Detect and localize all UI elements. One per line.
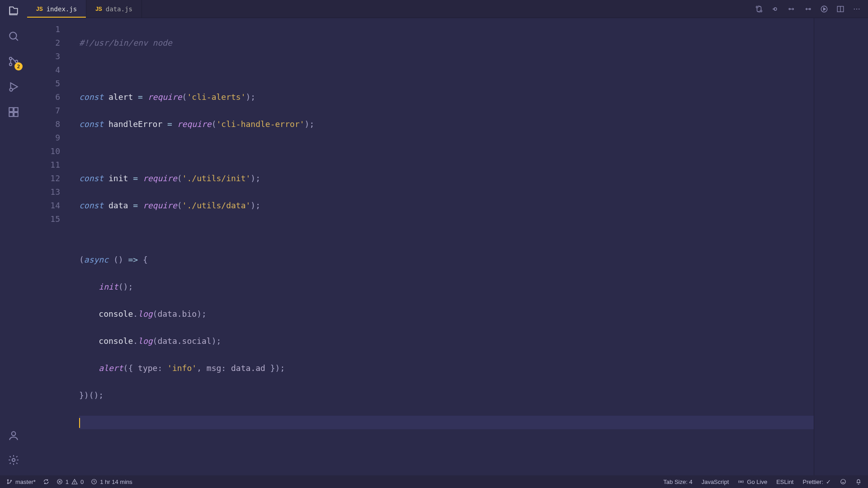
svg-point-34: [741, 481, 742, 483]
editor-actions: [755, 5, 868, 13]
search-icon[interactable]: [7, 30, 20, 42]
branch-label: master*: [15, 479, 36, 485]
minimap[interactable]: [814, 18, 868, 475]
settings-icon[interactable]: [7, 454, 20, 466]
js-file-icon: JS: [36, 6, 43, 12]
tab-data-js[interactable]: JS data.js: [86, 0, 142, 18]
svg-point-23: [856, 8, 857, 9]
svg-point-0: [9, 32, 16, 39]
redo-icon[interactable]: [804, 5, 812, 13]
extensions-icon[interactable]: [7, 106, 20, 118]
tab-index-js[interactable]: JS index.js: [27, 0, 86, 18]
svg-point-16: [789, 8, 790, 9]
prettier-status[interactable]: Prettier: ✓: [802, 479, 831, 485]
line-numbers: 1 2 3 4 5 6 7 8 9 10 11 12 13 14 15: [27, 18, 70, 475]
svg-point-25: [7, 479, 8, 480]
svg-rect-9: [9, 113, 13, 117]
svg-point-24: [859, 8, 859, 9]
sync-icon[interactable]: [43, 479, 49, 485]
svg-marker-19: [824, 8, 826, 10]
go-live[interactable]: Go Live: [738, 479, 767, 485]
source-control-badge: 2: [14, 62, 23, 70]
svg-point-17: [809, 8, 811, 9]
bell-icon[interactable]: [855, 479, 862, 485]
activity-bar: 2: [0, 0, 27, 475]
svg-line-1: [15, 38, 18, 40]
git-branch[interactable]: master*: [6, 479, 36, 485]
arrow-incoming-icon[interactable]: [771, 5, 779, 13]
explorer-icon[interactable]: [7, 5, 20, 17]
time-label: 1 hr 14 mins: [100, 479, 132, 485]
js-file-icon: JS: [95, 6, 102, 12]
svg-point-13: [756, 6, 758, 8]
debug-icon[interactable]: [7, 80, 20, 93]
svg-point-12: [12, 459, 15, 462]
more-icon[interactable]: [853, 5, 861, 13]
feedback-icon[interactable]: [840, 479, 846, 485]
run-icon[interactable]: [820, 5, 828, 13]
status-bar: master* 1 0 1 hr 14 mins Tab Size: 4 Jav…: [0, 475, 868, 488]
svg-point-32: [75, 483, 75, 483]
time-tracker[interactable]: 1 hr 14 mins: [91, 479, 132, 485]
svg-point-27: [10, 480, 11, 481]
eslint-status[interactable]: ESLint: [776, 479, 793, 485]
svg-point-6: [9, 88, 12, 91]
svg-point-2: [9, 57, 12, 60]
warning-count: 0: [80, 479, 84, 485]
svg-rect-8: [14, 108, 18, 112]
language-mode[interactable]: JavaScript: [702, 479, 729, 485]
code-content[interactable]: #!/usr/bin/env node const alert = requir…: [70, 18, 814, 475]
svg-point-35: [841, 479, 846, 484]
problems[interactable]: 1 0: [57, 479, 84, 485]
svg-point-26: [7, 483, 8, 483]
tab-label: data.js: [106, 5, 132, 13]
tab-size[interactable]: Tab Size: 4: [663, 479, 692, 485]
tab-bar: JS index.js JS data.js: [27, 0, 868, 18]
tab-label: index.js: [47, 5, 77, 13]
git-compare-icon[interactable]: [755, 5, 763, 13]
svg-point-3: [9, 63, 12, 66]
undo-icon[interactable]: [788, 5, 796, 13]
editor[interactable]: 1 2 3 4 5 6 7 8 9 10 11 12 13 14 15 #!/u…: [27, 18, 868, 475]
error-count: 1: [66, 479, 69, 485]
svg-point-11: [12, 432, 16, 436]
svg-rect-10: [14, 113, 18, 117]
account-icon[interactable]: [7, 429, 20, 442]
source-control-icon[interactable]: 2: [7, 55, 20, 68]
svg-point-14: [760, 10, 762, 12]
split-editor-icon[interactable]: [836, 5, 844, 13]
svg-point-22: [854, 8, 855, 9]
svg-rect-7: [9, 108, 13, 112]
